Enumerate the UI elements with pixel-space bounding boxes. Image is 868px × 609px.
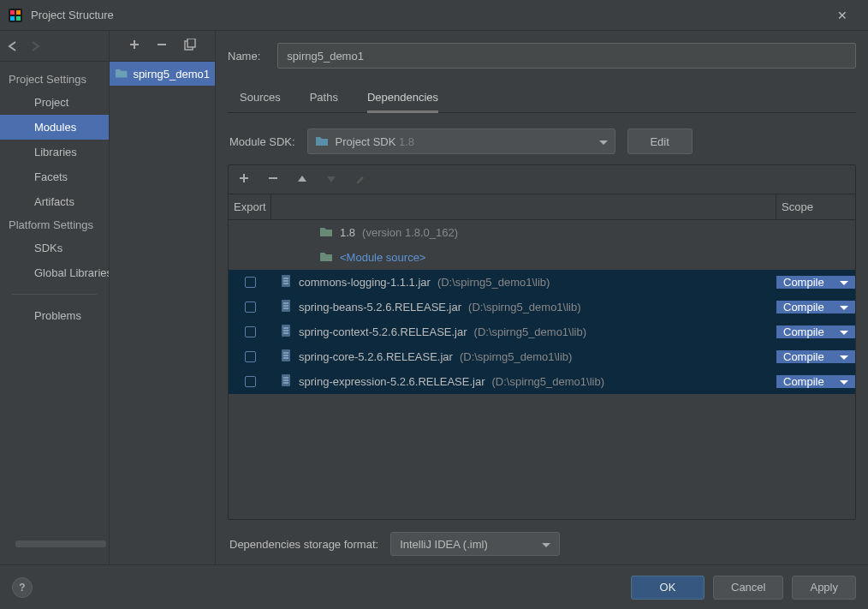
dependency-row[interactable]: spring-beans-5.2.6.RELEASE.jar (D:\spirn… <box>229 295 855 319</box>
section-project-settings: Project Settings <box>0 69 109 90</box>
module-sdk-dropdown[interactable]: Project SDK 1.8 <box>307 128 615 154</box>
tab-paths[interactable]: Paths <box>310 84 338 112</box>
dependency-row[interactable]: spring-expression-5.2.6.RELEASE.jar (D:\… <box>229 369 855 394</box>
chevron-down-icon <box>599 135 608 148</box>
forward-icon <box>29 41 41 51</box>
dependency-name: spring-expression-5.2.6.RELEASE.jar <box>299 375 485 388</box>
settings-sidebar: Project Settings ProjectModulesLibraries… <box>0 31 110 564</box>
storage-label: Dependencies storage format: <box>229 538 378 551</box>
scope-dropdown[interactable]: Compile <box>776 276 855 289</box>
svg-rect-6 <box>187 39 195 47</box>
close-icon[interactable]: ✕ <box>825 9 859 22</box>
scope-value: Compile <box>783 375 824 388</box>
chevron-down-icon[interactable] <box>840 350 848 363</box>
export-checkbox[interactable] <box>245 302 256 313</box>
jar-icon <box>280 373 292 390</box>
export-checkbox[interactable] <box>245 277 256 288</box>
dep-add-icon[interactable] <box>239 173 249 186</box>
sdk-value: Project SDK 1.8 <box>336 135 592 148</box>
dep-remove-icon[interactable] <box>268 173 278 186</box>
dependency-name: <Module source> <box>340 251 425 264</box>
dependency-row[interactable]: spring-context-5.2.6.RELEASE.jar (D:\spi… <box>229 319 855 344</box>
sidebar-item-sdks[interactable]: SDKs <box>0 236 109 260</box>
chevron-down-icon[interactable] <box>840 301 848 313</box>
jar-icon <box>280 349 292 365</box>
module-item-selected[interactable]: spirng5_demo1 <box>110 62 215 86</box>
tab-dependencies[interactable]: Dependencies <box>367 84 438 112</box>
dep-up-icon[interactable] <box>297 173 307 186</box>
dependency-name: 1.8 <box>340 226 355 239</box>
name-label: Name: <box>228 50 260 63</box>
scope-dropdown[interactable]: Compile <box>776 350 855 363</box>
col-main-header <box>271 194 776 219</box>
add-icon[interactable] <box>129 39 140 52</box>
dependency-location: (D:\spirng5_demo1\lib) <box>468 301 581 313</box>
sidebar-item-artifacts[interactable]: Artifacts <box>0 189 109 214</box>
dependency-name: spring-beans-5.2.6.RELEASE.jar <box>299 301 461 313</box>
sidebar-item-libraries[interactable]: Libraries <box>0 140 109 164</box>
export-checkbox[interactable] <box>245 351 256 362</box>
sdk-label: Module SDK: <box>229 135 295 148</box>
edit-sdk-button[interactable]: Edit <box>627 128 693 154</box>
module-toolbar <box>110 31 215 62</box>
folder-icon <box>319 250 333 265</box>
section-platform-settings: Platform Settings <box>0 214 109 236</box>
help-button[interactable]: ? <box>12 577 33 598</box>
dependency-name: spring-context-5.2.6.RELEASE.jar <box>299 325 467 338</box>
dependency-row[interactable]: commons-logging-1.1.1.jar (D:\spirng5_de… <box>229 270 855 295</box>
dialog-footer: ? OK Cancel Apply <box>0 564 868 609</box>
svg-rect-3 <box>10 16 15 21</box>
chevron-down-icon <box>542 538 550 551</box>
jar-icon <box>280 324 292 340</box>
dependency-row[interactable]: spring-core-5.2.6.RELEASE.jar (D:\spirng… <box>229 344 855 369</box>
module-list-panel: spirng5_demo1 <box>110 31 216 564</box>
dep-edit-icon <box>355 173 366 186</box>
apply-button[interactable]: Apply <box>792 576 856 600</box>
module-tabs: SourcesPathsDependencies <box>228 84 856 113</box>
col-scope-header: Scope <box>776 194 855 219</box>
titlebar: Project Structure ✕ <box>0 0 868 31</box>
svg-rect-1 <box>10 10 15 15</box>
scope-dropdown[interactable]: Compile <box>776 301 855 313</box>
sidebar-item-project[interactable]: Project <box>0 90 109 115</box>
dependency-row[interactable]: <Module source> <box>229 245 855 270</box>
module-detail-panel: Name: SourcesPathsDependencies Module SD… <box>216 31 868 564</box>
ok-button[interactable]: OK <box>631 576 705 600</box>
chevron-down-icon[interactable] <box>840 375 848 388</box>
chevron-down-icon[interactable] <box>840 325 848 338</box>
dependency-location: (D:\spirng5_demo1\lib) <box>492 375 605 388</box>
dependency-location: (D:\spirng5_demo1\lib) <box>437 276 550 289</box>
export-checkbox[interactable] <box>245 326 256 337</box>
chevron-down-icon[interactable] <box>840 276 848 289</box>
dependency-row[interactable]: 1.8 (version 1.8.0_162) <box>229 220 855 245</box>
sidebar-item-global-libraries[interactable]: Global Libraries <box>0 260 109 285</box>
app-logo-icon <box>9 9 22 22</box>
horizontal-scrollbar[interactable] <box>15 540 106 547</box>
dependency-suffix: (version 1.8.0_162) <box>362 226 458 239</box>
col-export-header: Export <box>229 194 271 219</box>
sidebar-item-facets[interactable]: Facets <box>0 164 109 189</box>
scope-dropdown[interactable]: Compile <box>776 325 855 338</box>
copy-icon[interactable] <box>184 39 196 53</box>
tab-sources[interactable]: Sources <box>240 84 281 112</box>
scope-dropdown[interactable]: Compile <box>776 375 855 388</box>
sidebar-nav-toolbar <box>0 31 109 62</box>
svg-rect-4 <box>16 16 21 21</box>
module-folder-icon <box>115 67 128 81</box>
sidebar-item-modules[interactable]: Modules <box>0 115 109 140</box>
divider <box>12 294 97 295</box>
dependency-location: (D:\spirng5_demo1\lib) <box>474 325 587 338</box>
module-name-input[interactable] <box>277 43 856 69</box>
jar-icon <box>280 299 292 315</box>
cancel-button[interactable]: Cancel <box>713 576 783 600</box>
remove-icon[interactable] <box>157 39 167 52</box>
dependency-name: spring-core-5.2.6.RELEASE.jar <box>299 350 453 363</box>
back-icon[interactable] <box>7 41 19 51</box>
scope-value: Compile <box>783 301 824 313</box>
sidebar-item-problems[interactable]: Problems <box>0 303 109 328</box>
scope-value: Compile <box>783 350 824 363</box>
export-checkbox[interactable] <box>245 376 256 387</box>
sdk-folder-icon <box>315 134 329 149</box>
storage-format-dropdown[interactable]: IntelliJ IDEA (.iml) <box>390 532 560 556</box>
window-title: Project Structure <box>31 9 825 21</box>
